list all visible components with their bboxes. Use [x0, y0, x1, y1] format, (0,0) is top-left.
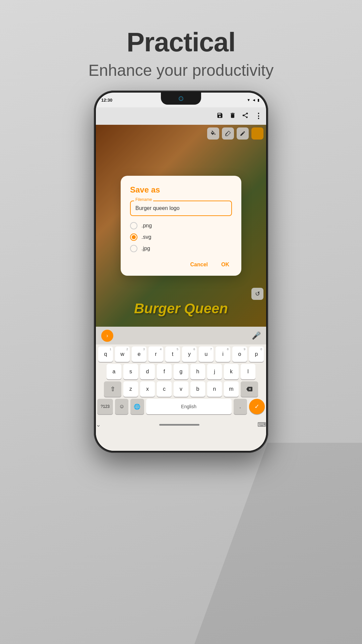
spacebar-key[interactable]: English: [146, 399, 232, 414]
key-v[interactable]: v: [174, 381, 188, 397]
key-p[interactable]: 0p: [249, 346, 264, 362]
done-key[interactable]: ✓: [249, 399, 265, 414]
key-s[interactable]: s: [123, 364, 138, 379]
svg-radio[interactable]: [130, 233, 137, 241]
svg-option[interactable]: .svg: [130, 233, 232, 241]
battery-icon: ▮: [257, 98, 259, 102]
keyboard-nav-row: ⌄ ⌨: [96, 418, 266, 431]
chevron-down-icon[interactable]: ⌄: [96, 421, 101, 428]
dialog-title: Save as: [130, 185, 232, 195]
save-button[interactable]: [217, 112, 223, 120]
key-r[interactable]: 4r: [148, 346, 163, 362]
key-n[interactable]: n: [207, 381, 222, 397]
wifi-icon: ▼: [247, 98, 250, 102]
png-option[interactable]: .png: [130, 222, 232, 229]
delete-button[interactable]: [229, 112, 236, 120]
share-button[interactable]: [242, 112, 249, 120]
key-z[interactable]: z: [123, 381, 138, 397]
phone-body: 12:30 ▼ ◄ ▮ ⋮: [94, 91, 268, 453]
key-d[interactable]: d: [140, 364, 155, 379]
keyboard-row-3: ⇧ z x c v b n m: [97, 381, 265, 397]
keyboard-icon[interactable]: ⌨: [257, 421, 266, 428]
svg-label: .svg: [141, 234, 151, 240]
key-c[interactable]: c: [157, 381, 172, 397]
key-u[interactable]: 7u: [199, 346, 214, 362]
key-m[interactable]: m: [224, 381, 239, 397]
front-camera: [179, 96, 183, 101]
dialog-actions: Cancel OK: [130, 260, 232, 269]
key-o[interactable]: 9o: [232, 346, 247, 362]
cancel-button[interactable]: Cancel: [188, 260, 210, 269]
shift-key[interactable]: ⇧: [104, 381, 121, 397]
status-icons: ▼ ◄ ▮: [247, 98, 259, 102]
keyboard-rows: 1q 2w 3e 4r 5t 6y 7u 8i 9o 0p a s: [96, 344, 266, 418]
app-toolbar: ⋮: [96, 107, 266, 125]
keyboard-toolbar: › 🎤: [96, 327, 266, 344]
key-t[interactable]: 5t: [165, 346, 180, 362]
jpg-option[interactable]: .jpg: [130, 245, 232, 252]
page-subtitle: Enhance your productivity: [0, 61, 362, 79]
png-label: .png: [141, 223, 152, 229]
key-x[interactable]: x: [140, 381, 155, 397]
key-i[interactable]: 8i: [216, 346, 230, 362]
jpg-radio[interactable]: [130, 245, 137, 252]
microphone-button[interactable]: 🎤: [252, 331, 261, 340]
key-b[interactable]: b: [190, 381, 205, 397]
key-l[interactable]: l: [241, 364, 255, 379]
phone-mockup: 12:30 ▼ ◄ ▮ ⋮: [94, 91, 268, 453]
more-options-button[interactable]: ⋮: [255, 112, 262, 120]
key-f[interactable]: f: [157, 364, 172, 379]
symbol-key[interactable]: ?123: [97, 399, 113, 414]
status-time: 12:30: [101, 98, 112, 103]
keyboard-row-2: a s d f g h j k l: [97, 364, 265, 379]
key-j[interactable]: j: [207, 364, 222, 379]
emoji-key[interactable]: ☺: [115, 399, 128, 414]
key-e[interactable]: 3e: [132, 346, 146, 362]
key-k[interactable]: k: [224, 364, 239, 379]
filename-label: Filename: [134, 197, 153, 202]
phone-screen: 12:30 ▼ ◄ ▮ ⋮: [96, 93, 266, 451]
format-radio-group: .png .svg .jpg: [130, 222, 232, 252]
keyboard-row-bottom: ?123 ☺ 🌐 English . ✓: [97, 399, 265, 414]
key-a[interactable]: a: [107, 364, 121, 379]
key-q[interactable]: 1q: [98, 346, 113, 362]
page-title: Practical: [0, 27, 362, 58]
keyboard-area: › 🎤 1q 2w 3e 4r 5t 6y 7u 8i 9o: [96, 327, 266, 451]
signal-icon: ◄: [252, 98, 256, 102]
key-w[interactable]: 2w: [115, 346, 130, 362]
key-g[interactable]: g: [174, 364, 188, 379]
key-h[interactable]: h: [190, 364, 205, 379]
keyboard-expand-button[interactable]: ›: [101, 330, 113, 342]
dialog-overlay: Save as Filename .png .svg: [96, 125, 266, 327]
backspace-key[interactable]: [241, 381, 258, 397]
globe-key[interactable]: 🌐: [130, 399, 144, 414]
png-radio[interactable]: [130, 222, 137, 229]
filename-input[interactable]: [130, 201, 232, 216]
expand-icon: ›: [106, 333, 108, 339]
phone-notch: [161, 93, 201, 105]
key-y[interactable]: 6y: [182, 346, 197, 362]
keyboard-row-1: 1q 2w 3e 4r 5t 6y 7u 8i 9o 0p: [97, 346, 265, 362]
save-dialog: Save as Filename .png .svg: [121, 176, 241, 276]
ok-button[interactable]: OK: [219, 260, 232, 269]
filename-field: Filename: [130, 201, 232, 216]
period-key[interactable]: .: [234, 399, 247, 414]
home-indicator: [159, 424, 199, 426]
jpg-label: .jpg: [141, 246, 150, 252]
